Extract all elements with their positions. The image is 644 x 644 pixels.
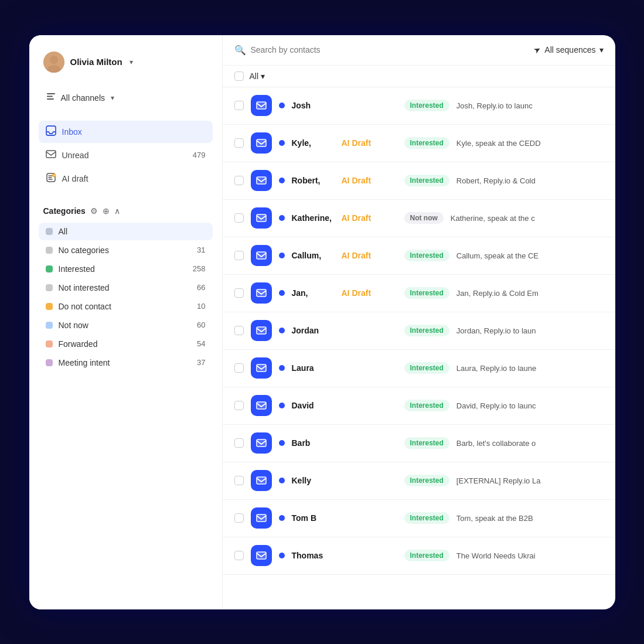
contact-name-wrap: Jan, AI Draft	[292, 288, 397, 298]
email-icon	[251, 395, 272, 416]
contact-name-wrap: Laura	[292, 363, 397, 373]
unread-dot	[279, 215, 285, 221]
contact-row[interactable]: Thomas Interested The World Needs Ukrai	[223, 537, 615, 575]
email-icon	[251, 245, 272, 266]
category-color-dot	[46, 247, 53, 254]
row-checkbox[interactable]	[234, 138, 244, 148]
row-checkbox[interactable]	[234, 438, 244, 448]
contact-row[interactable]: Laura Interested Laura, Reply.io to laun…	[223, 350, 615, 387]
sequences-button[interactable]: ➤ All sequences ▾	[534, 45, 603, 54]
status-badge: Interested	[404, 250, 449, 261]
svg-rect-5	[47, 98, 54, 100]
email-icon	[251, 207, 272, 229]
row-checkbox[interactable]	[234, 513, 244, 523]
svg-rect-30	[257, 477, 266, 484]
category-item-not-interested[interactable]: Not interested 66	[39, 279, 213, 297]
filter-all-button[interactable]: All ▾	[250, 71, 265, 81]
contact-row[interactable]: Barb Interested Barb, let's collaborate …	[223, 425, 615, 462]
contact-name: Jordan	[292, 326, 339, 335]
message-preview: The World Needs Ukrai	[456, 551, 604, 560]
category-item-do-not-contact[interactable]: Do not contact 10	[39, 298, 213, 315]
row-checkbox[interactable]	[234, 551, 244, 560]
channels-chevron-icon: ▾	[111, 94, 114, 102]
contact-row[interactable]: Callum, AI Draft Interested Callum, spea…	[223, 237, 615, 275]
contact-row[interactable]: Katherine, AI Draft Not now Katherine, s…	[223, 200, 615, 237]
user-name: Olivia Milton	[70, 57, 122, 67]
message-preview: Jordan, Reply.io to laun	[456, 326, 604, 335]
category-item-forwarded[interactable]: Forwarded 54	[39, 335, 213, 353]
nav-item-unread[interactable]: Unread 479	[39, 144, 213, 166]
row-checkbox[interactable]	[234, 288, 244, 298]
svg-rect-20	[257, 289, 266, 297]
svg-rect-12	[257, 139, 266, 146]
settings-icon[interactable]: ⚙	[90, 206, 98, 216]
row-checkbox[interactable]	[234, 176, 244, 185]
contact-name: Laura	[292, 363, 339, 373]
row-checkbox[interactable]	[234, 476, 244, 485]
categories-list: All No categories 31 Interested 258 Not …	[39, 223, 213, 372]
row-checkbox[interactable]	[234, 363, 244, 373]
sidebar: Olivia Milton ▾ All channels ▾	[29, 35, 223, 609]
email-icon	[251, 95, 272, 116]
message-preview: Josh, Reply.io to launc	[456, 101, 604, 110]
inbox-label: Inbox	[62, 127, 82, 137]
row-checkbox[interactable]	[234, 326, 244, 335]
select-all-checkbox[interactable]	[234, 71, 244, 81]
channels-section[interactable]: All channels ▾	[39, 87, 213, 109]
email-icon	[251, 320, 272, 341]
row-checkbox[interactable]	[234, 251, 244, 260]
category-item-meeting-intent[interactable]: Meeting intent 37	[39, 354, 213, 372]
send-icon: ➤	[532, 44, 543, 56]
category-label: Do not contact	[59, 302, 192, 311]
search-input[interactable]	[251, 45, 527, 54]
status-badge: Interested	[404, 437, 449, 449]
contact-row[interactable]: Jan, AI Draft Interested Jan, Reply.io &…	[223, 275, 615, 312]
status-badge: Interested	[404, 550, 449, 561]
contact-row[interactable]: Kyle, AI Draft Interested Kyle, speak at…	[223, 125, 615, 162]
message-preview: [EXTERNAL] Reply.io La	[456, 476, 604, 485]
category-count: 37	[197, 358, 205, 367]
collapse-icon[interactable]: ∧	[114, 206, 120, 216]
category-count: 66	[197, 283, 205, 292]
email-icon	[251, 357, 272, 379]
contact-row[interactable]: Josh Interested Josh, Reply.io to launc	[223, 87, 615, 125]
unread-dot	[279, 178, 285, 183]
filter-bar: All ▾	[223, 66, 615, 87]
nav-item-ai-draft[interactable]: AI draft	[39, 168, 213, 190]
email-icon	[251, 132, 272, 154]
category-item-all[interactable]: All	[39, 223, 213, 240]
contact-row[interactable]: Jordan Interested Jordan, Reply.io to la…	[223, 312, 615, 350]
category-label: Not interested	[59, 283, 192, 292]
message-preview: Callum, speak at the CE	[456, 251, 604, 260]
status-badge: Interested	[404, 362, 449, 374]
contact-row[interactable]: David Interested David, Reply.io to laun…	[223, 387, 615, 425]
row-checkbox[interactable]	[234, 101, 244, 110]
status-badge: Interested	[404, 475, 449, 486]
message-preview: Laura, Reply.io to laune	[456, 364, 604, 373]
email-icon	[251, 282, 272, 304]
svg-rect-3	[47, 93, 55, 94]
app-container: Olivia Milton ▾ All channels ▾	[29, 35, 615, 609]
row-checkbox[interactable]	[234, 401, 244, 410]
category-item-not-now[interactable]: Not now 60	[39, 316, 213, 334]
filter-all-label: All	[250, 71, 259, 81]
unread-dot	[279, 515, 285, 521]
category-item-no-categories[interactable]: No categories 31	[39, 241, 213, 259]
contact-name-wrap: Tom B	[292, 513, 397, 523]
contact-name: Barb	[292, 438, 339, 448]
status-badge: Interested	[404, 287, 449, 299]
contact-row[interactable]: Kelly Interested [EXTERNAL] Reply.io La	[223, 462, 615, 500]
status-badge: Interested	[404, 325, 449, 336]
user-section[interactable]: Olivia Milton ▾	[39, 49, 213, 75]
add-category-icon[interactable]: ⊕	[103, 206, 110, 216]
nav-item-inbox[interactable]: Inbox	[39, 121, 213, 143]
category-color-dot	[46, 284, 53, 291]
svg-rect-16	[257, 214, 266, 222]
search-bar: 🔍 ➤ All sequences ▾	[223, 35, 615, 66]
row-checkbox[interactable]	[234, 213, 244, 223]
contact-row[interactable]: Tom B Interested Tom, speak at the B2B	[223, 500, 615, 537]
category-item-interested[interactable]: Interested 258	[39, 260, 213, 278]
svg-rect-7	[46, 151, 56, 158]
contact-row[interactable]: Robert, AI Draft Interested Robert, Repl…	[223, 162, 615, 200]
categories-title: Categories	[43, 206, 86, 216]
